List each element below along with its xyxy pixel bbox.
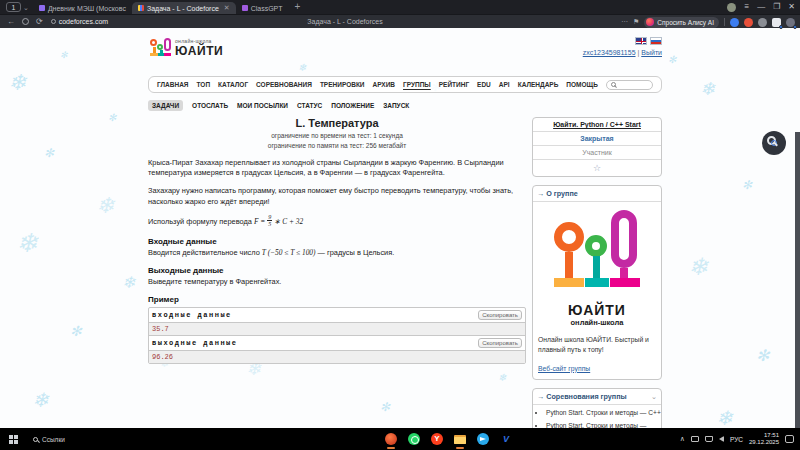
yandex-browser-icon[interactable]: Y	[431, 433, 443, 445]
separator: |	[637, 49, 639, 56]
logout-link[interactable]: Выйти	[641, 49, 662, 56]
tab-standings[interactable]: ПОЛОЖЕНИЕ	[331, 102, 374, 109]
search-input[interactable]	[606, 80, 653, 90]
english-flag-icon[interactable]	[635, 37, 647, 45]
problem-title: L. Температура	[148, 117, 526, 129]
collapse-chevron-icon[interactable]: ⌄	[651, 392, 657, 401]
language-indicator[interactable]: РУС	[730, 436, 743, 443]
restore-icon[interactable]: ❐	[773, 0, 780, 14]
tab-group-chip[interactable]: 1	[6, 2, 21, 12]
nav-item-help[interactable]: ПОМОЩЬ	[566, 81, 598, 88]
refresh-icon[interactable]: ⟳	[36, 17, 43, 26]
time-limit: ограничение по времени на тест: 1 секунд…	[148, 131, 526, 141]
site-logo[interactable]: онлайн-школа ЮАЙТИ	[150, 38, 223, 58]
problem-statement: L. Температура ограничение по времени на…	[148, 117, 526, 364]
extension-icon[interactable]	[744, 18, 753, 27]
tab-problems[interactable]: ЗАДАЧИ	[148, 100, 183, 111]
copy-output-button[interactable]: Скопировать	[478, 338, 522, 348]
statement-paragraph: Захахару нужно написать программу, котор…	[148, 186, 526, 207]
extension-icon[interactable]	[786, 18, 795, 27]
auth-links: zxc12345981155 | Выйти	[583, 49, 662, 56]
chevron-down-icon[interactable]: ⌄	[23, 4, 29, 12]
hidden-icons-chevron[interactable]: ∧	[680, 435, 685, 443]
alice-icon	[646, 18, 654, 26]
screen-search-floating-button[interactable]	[762, 131, 786, 155]
tab-virtual-start[interactable]: ЗАПУСК	[383, 102, 409, 109]
sample-input-label: входные данные	[152, 311, 232, 319]
group-role: Участник	[533, 146, 661, 160]
star-icon[interactable]: ☆	[533, 160, 661, 176]
taskbar-search-label: Ссылки	[42, 436, 65, 443]
username-link[interactable]: zxc12345981155	[583, 49, 636, 56]
address-bar: ← ⟳ codeforces.com Задача - L - Codeforc…	[0, 14, 800, 28]
protect-shield-icon[interactable]	[22, 18, 29, 25]
url-text[interactable]: codeforces.com	[59, 18, 108, 25]
nav-item-top[interactable]: ТОП	[197, 81, 211, 88]
browser-app-icon[interactable]	[385, 433, 397, 445]
snowflake-icon	[32, 388, 49, 412]
tab-my-submissions[interactable]: МОИ ПОСЫЛКИ	[237, 102, 288, 109]
nav-item-calendar[interactable]: КАЛЕНДАРЬ	[518, 81, 559, 88]
group-contests-header-link[interactable]: → Соревнования группы	[537, 392, 627, 401]
nav-item-catalog[interactable]: КАТАЛОГ	[218, 81, 248, 88]
main-menu: ГЛАВНАЯ ТОП КАТАЛОГ СОРЕВНОВАНИЯ ТРЕНИРО…	[148, 76, 662, 93]
back-icon[interactable]: ←	[7, 17, 15, 26]
address-bar-actions: ⋯ ⚑ Спросить Алису AI	[621, 15, 795, 29]
badge	[793, 25, 797, 29]
snowflake-icon	[70, 323, 82, 339]
tab-mesh-diary[interactable]: Дневник МЭШ (Московс	[33, 2, 132, 14]
more-icon[interactable]: ⋯	[621, 18, 628, 26]
minimize-icon[interactable]: —	[757, 0, 765, 14]
browser-profile-avatar[interactable]	[727, 3, 736, 12]
taskbar-search[interactable]: Ссылки	[33, 436, 65, 443]
tab-status[interactable]: СТАТУС	[297, 102, 322, 109]
big-logo-title: ЮАЙТИ	[547, 302, 647, 318]
close-tab-icon[interactable]: ✕	[224, 4, 230, 12]
nav-item-groups[interactable]: ГРУППЫ	[403, 81, 431, 88]
nav-item-archive[interactable]: АРХИВ	[373, 81, 395, 88]
nav-item-trainings[interactable]: ТРЕНИРОВКИ	[320, 81, 365, 88]
whatsapp-icon[interactable]	[408, 433, 420, 445]
telegram-icon[interactable]	[477, 433, 489, 445]
group-contest-link[interactable]: Юайти. Python / C++ Start	[553, 121, 641, 128]
time: 17:51	[749, 432, 779, 440]
close-icon[interactable]: ✕	[788, 0, 795, 14]
windows-taskbar: Ссылки Y V ∧ РУС 17:51 29.12.2025	[0, 428, 800, 450]
tab-submit[interactable]: ОТОСЛАТЬ	[192, 102, 228, 109]
nav-item-api[interactable]: API	[499, 81, 510, 88]
notification-center-icon[interactable]	[785, 435, 794, 443]
start-button[interactable]	[9, 435, 18, 444]
nav-item-home[interactable]: ГЛАВНАЯ	[157, 81, 189, 88]
nav-item-rating[interactable]: РЕЙТИНГ	[439, 81, 469, 88]
group-website-link[interactable]: Веб-сайт группы	[538, 365, 590, 372]
tab-label: Дневник МЭШ (Московс	[48, 5, 126, 12]
network-icon[interactable]	[705, 436, 713, 442]
tab-codeforces-active[interactable]: Задача - L - Codeforce ✕	[132, 2, 236, 14]
volume-icon[interactable]	[719, 436, 724, 442]
yuaiti-logo-icon	[554, 210, 640, 295]
extension-icon[interactable]	[772, 18, 781, 27]
nav-item-contests[interactable]: СОРЕВНОВАНИЯ	[256, 81, 312, 88]
taskbar-apps: Y V	[385, 428, 512, 450]
tab-classgpt[interactable]: ClassGPT	[236, 2, 289, 14]
list-item[interactable]: Python Start. Строки и методы — C++	[546, 409, 661, 418]
tray-icon[interactable]	[691, 436, 699, 442]
ask-alice-button[interactable]: Спросить Алису AI	[644, 17, 719, 28]
nav-item-edu[interactable]: EDU	[477, 81, 491, 88]
extension-icon[interactable]	[758, 18, 767, 27]
new-tab-button[interactable]: +	[295, 1, 301, 12]
browser-menu-icon[interactable]: ≡	[744, 0, 749, 14]
bookmark-icon[interactable]: ⚑	[633, 18, 639, 26]
page-scrollbar[interactable]	[795, 132, 800, 428]
about-group-header-link[interactable]: → О группе	[537, 189, 578, 198]
snowflake-icon	[60, 50, 68, 60]
extension-icon[interactable]	[730, 18, 739, 27]
russian-flag-icon[interactable]	[650, 37, 662, 45]
file-explorer-icon[interactable]	[454, 433, 466, 445]
blue-app-icon[interactable]: V	[500, 433, 512, 445]
copy-input-button[interactable]: Скопировать	[478, 310, 522, 320]
system-tray: ∧ РУС 17:51 29.12.2025	[680, 428, 794, 450]
sidebar: Юайти. Python / C++ Start Закрытая Участ…	[532, 117, 662, 428]
sample-output-label: выходные данные	[152, 339, 238, 347]
clock[interactable]: 17:51 29.12.2025	[749, 432, 779, 447]
